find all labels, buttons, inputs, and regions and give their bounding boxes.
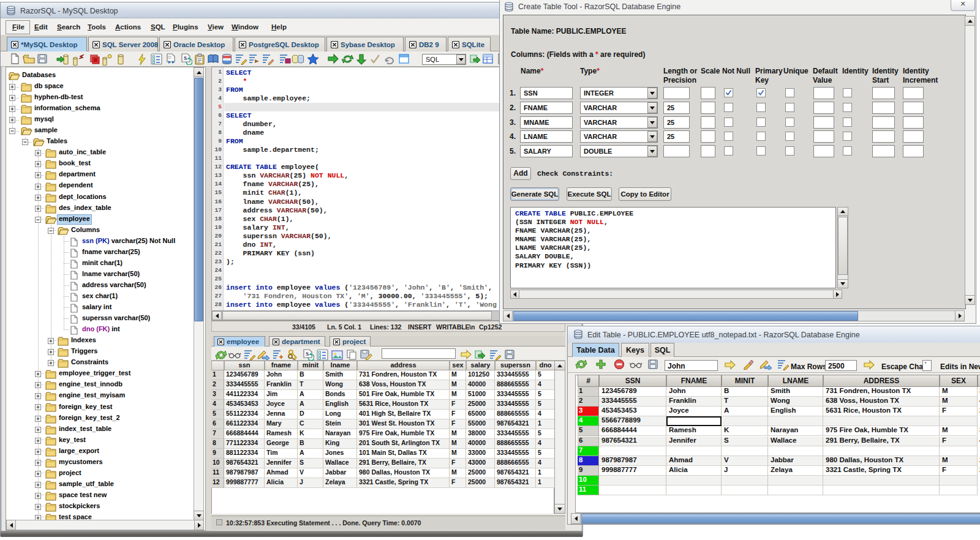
svg-text:S: S (306, 351, 309, 357)
svg-text:S: S (184, 55, 187, 61)
